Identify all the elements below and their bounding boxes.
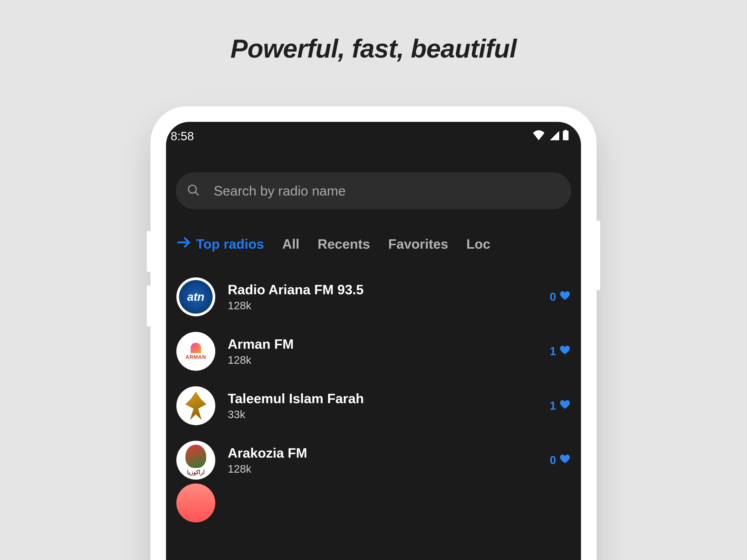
- power-button: [597, 220, 600, 290]
- like-button[interactable]: 0: [550, 453, 571, 467]
- tab-label: Favorites: [388, 236, 448, 252]
- heart-icon: [559, 290, 571, 304]
- status-time: 8:58: [171, 129, 194, 143]
- search-placeholder: Search by radio name: [214, 183, 346, 198]
- cell-signal-icon: [549, 129, 559, 143]
- station-row[interactable]: ARMAN Arman FM 128k 1: [176, 332, 571, 371]
- heart-icon: [559, 399, 571, 413]
- like-count: 1: [550, 345, 556, 358]
- tab-label: Top radios: [196, 236, 264, 252]
- station-list: Radio Ariana FM 93.5 128k 0 ARMAN Arman …: [166, 277, 581, 511]
- tab-label: Loc: [466, 236, 490, 252]
- device-frame: 8:58 Search by radio name: [150, 106, 597, 560]
- station-bitrate: 33k: [228, 408, 537, 421]
- volume-up-button: [147, 231, 150, 272]
- station-row[interactable]: Taleemul Islam Farah 33k 1: [176, 386, 571, 425]
- search-icon: [187, 184, 200, 198]
- wifi-icon: [532, 129, 545, 143]
- tab-top-radios[interactable]: Top radios: [176, 235, 264, 253]
- station-logo: ARMAN: [176, 332, 215, 371]
- promo-tagline: Powerful, fast, beautiful: [0, 34, 747, 63]
- heart-icon: [559, 453, 571, 467]
- like-button[interactable]: 0: [550, 290, 571, 304]
- station-bitrate: 128k: [228, 463, 537, 475]
- like-count: 0: [550, 454, 556, 466]
- search-bar[interactable]: Search by radio name: [176, 172, 571, 209]
- volume-down-button: [147, 285, 150, 327]
- station-name: Taleemul Islam Farah: [228, 391, 537, 406]
- arrow-right-icon: [176, 235, 191, 253]
- station-logo: [176, 483, 215, 523]
- like-button[interactable]: 1: [550, 399, 571, 413]
- tab-all[interactable]: All: [282, 236, 299, 252]
- svg-point-2: [188, 185, 196, 193]
- svg-rect-0: [563, 131, 569, 140]
- station-logo: اراكوزيا: [176, 441, 215, 480]
- station-logo: [176, 277, 215, 316]
- screen: 8:58 Search by radio name: [166, 122, 581, 560]
- station-name: Radio Ariana FM 93.5: [228, 282, 537, 297]
- station-row[interactable]: اراكوزيا Arakozia FM 128k 0: [176, 441, 571, 480]
- heart-icon: [559, 344, 571, 358]
- like-count: 0: [550, 290, 556, 303]
- station-bitrate: 128k: [228, 354, 537, 366]
- station-name: Arman FM: [228, 336, 537, 352]
- tab-row: Top radios All Recents Favorites Loc: [166, 235, 581, 253]
- status-bar: 8:58: [166, 122, 581, 145]
- station-logo: [176, 386, 215, 425]
- like-button[interactable]: 1: [550, 344, 571, 358]
- station-name: Arakozia FM: [228, 445, 537, 461]
- svg-rect-1: [564, 130, 567, 131]
- svg-line-3: [195, 192, 199, 195]
- like-count: 1: [550, 399, 556, 412]
- station-row[interactable]: Radio Ariana FM 93.5 128k 0: [176, 277, 571, 316]
- station-row[interactable]: [176, 495, 571, 511]
- tab-recents[interactable]: Recents: [317, 236, 370, 252]
- battery-icon: [563, 129, 569, 143]
- tab-label: All: [282, 236, 299, 252]
- station-bitrate: 128k: [228, 299, 537, 312]
- tab-label: Recents: [317, 236, 370, 252]
- tab-local[interactable]: Loc: [466, 236, 490, 252]
- tab-favorites[interactable]: Favorites: [388, 236, 448, 252]
